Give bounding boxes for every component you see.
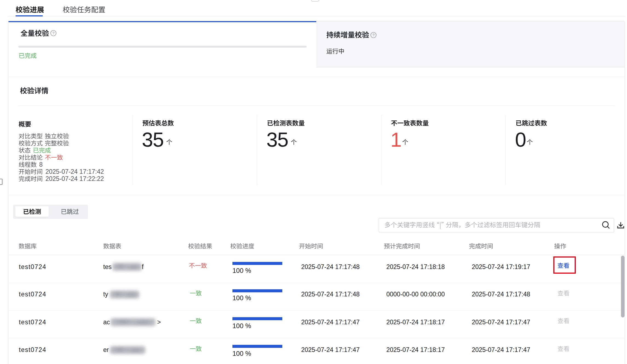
svg-text:?: ? bbox=[372, 33, 375, 37]
svg-text:?: ? bbox=[52, 31, 54, 35]
